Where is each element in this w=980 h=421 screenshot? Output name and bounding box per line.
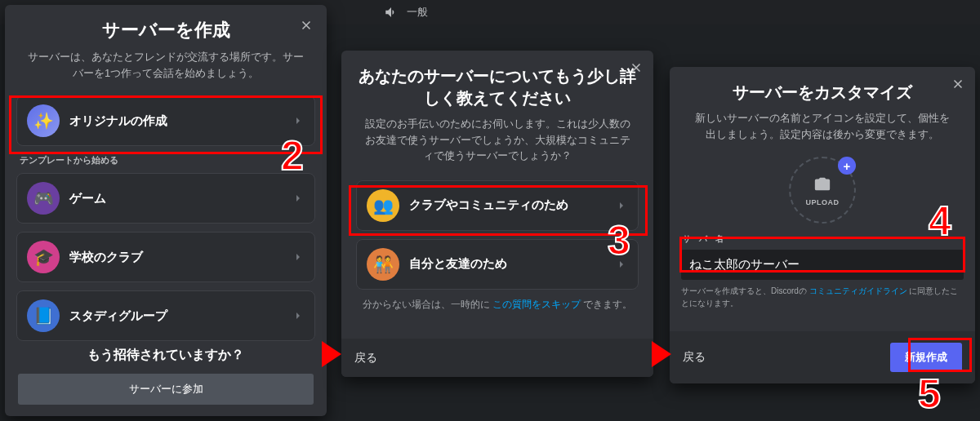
study-icon: 📘 (33, 306, 54, 326)
back-button[interactable]: 戻る (354, 351, 377, 364)
channel-name: 一般 (407, 5, 428, 20)
join-server-button[interactable]: サーバーに参加 (18, 374, 314, 405)
modal-footer: もう招待されていますか？ サーバーに参加 (5, 337, 327, 416)
camera-icon (813, 175, 831, 197)
for-friends-option[interactable]: 🧑‍🤝‍🧑 自分と友達のため (356, 239, 639, 290)
chevron-right-icon (292, 250, 305, 264)
skip-pre-text: 分からない場合は、一時的に (363, 299, 490, 310)
template-school-option[interactable]: 🎓 学校のクラブ (16, 232, 315, 282)
customize-server-modal: サーバーをカスタマイズ 新しいサーバーの名前とアイコンを設定して、個性を出しまし… (670, 67, 975, 383)
option-label: クラブやコミュニティのため (409, 197, 568, 213)
option-label: 自分と友達のため (409, 256, 507, 272)
speaker-icon (384, 5, 399, 20)
template-game-option[interactable]: 🎮 ゲーム (16, 173, 315, 224)
chevron-right-icon (615, 258, 628, 271)
modal-desc: 設定のお手伝いのためにお伺いします。これは少人数のお友達で使うサーバーでしょうか… (353, 116, 642, 164)
skip-post-text: できます。 (583, 299, 632, 310)
close-icon[interactable] (627, 59, 645, 77)
guideline-text: サーバーを作成すると、Discordの コミュニティガイドライン に同意したこと… (681, 285, 964, 309)
close-icon[interactable] (297, 16, 315, 34)
chevron-right-icon (292, 192, 305, 205)
option-label: 学校のクラブ (69, 250, 143, 265)
game-icon: 🎮 (33, 188, 54, 208)
modal-desc: サーバーは、あなたとフレンドが交流する場所です。サーバーを1つ作って会話を始めま… (13, 49, 318, 81)
server-name-label: サーバー名 (683, 233, 964, 245)
plus-icon: + (838, 157, 856, 175)
chevron-right-icon (292, 114, 305, 127)
for-club-community-option[interactable]: 👥 クラブやコミュニティのため (356, 180, 639, 231)
option-label: ゲーム (69, 191, 106, 206)
skip-link[interactable]: この質問をスキップ (492, 299, 581, 310)
arrow-icon (652, 341, 671, 367)
template-study-option[interactable]: 📘 スタディグループ (16, 290, 315, 341)
modal-title: サーバーをカスタマイズ (681, 82, 964, 104)
modal-title: あなたのサーバーについてもう少し詳しく教えてください (353, 65, 642, 109)
option-label: オリジナルの作成 (69, 113, 167, 129)
chevron-right-icon (292, 309, 305, 322)
create-original-option[interactable]: ✨ オリジナルの作成 (16, 95, 315, 146)
close-icon[interactable] (949, 75, 967, 93)
sparkle-icon: ✨ (33, 111, 54, 131)
skip-line: 分からない場合は、一時的に この質問をスキップ できます。 (353, 298, 642, 312)
upload-label: UPLOAD (806, 198, 840, 206)
school-icon: 🎓 (33, 247, 54, 267)
guideline-pre: サーバーを作成すると、Discordの (681, 286, 807, 295)
server-name-input[interactable] (681, 250, 964, 280)
modal-title: サーバーを作成 (13, 18, 318, 42)
create-button[interactable]: 新規作成 (890, 343, 962, 372)
back-button[interactable]: 戻る (683, 350, 706, 365)
invited-question: もう招待されていますか？ (18, 347, 314, 364)
modal-desc: 新しいサーバーの名前とアイコンを設定して、個性を出しましょう。設定内容は後から変… (681, 110, 964, 142)
templates-section-label: テンプレートから始める (20, 154, 318, 166)
server-purpose-modal: あなたのサーバーについてもう少し詳しく教えてください 設定のお手伝いのためにお伺… (341, 51, 653, 377)
community-guidelines-link[interactable]: コミュニティガイドライン (809, 286, 907, 295)
modal-footer: 戻る 新規作成 (670, 331, 975, 383)
community-icon: 👥 (373, 196, 394, 215)
option-label: スタディグループ (69, 308, 167, 324)
chevron-right-icon (615, 199, 628, 212)
friends-icon: 🧑‍🤝‍🧑 (373, 255, 394, 274)
upload-icon-button[interactable]: + UPLOAD (789, 157, 856, 224)
create-server-modal: サーバーを作成 サーバーは、あなたとフレンドが交流する場所です。サーバーを1つ作… (5, 5, 327, 416)
modal-footer: 戻る (341, 339, 653, 377)
